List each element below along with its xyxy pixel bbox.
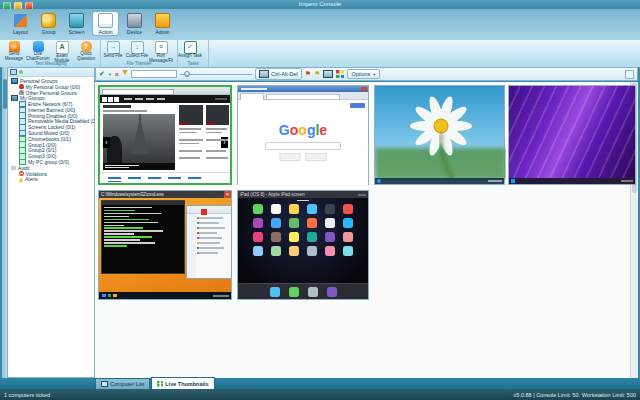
- tree-item-icon: [19, 177, 23, 182]
- filter-icon[interactable]: [122, 70, 128, 78]
- ribbon-button-label: Quick Question: [77, 51, 95, 61]
- ribbon-tab-icon: [13, 13, 28, 28]
- ios-app-icon: [289, 218, 299, 228]
- ios-app-icon: [253, 218, 263, 228]
- status-right: v5.0.88 | Console Limit: 50. Workstation…: [514, 392, 636, 398]
- bbc-nav-bar: [100, 95, 230, 103]
- carousel-left-arrow[interactable]: ‹: [103, 137, 110, 148]
- ribbon-tab[interactable]: Layout: [8, 11, 33, 36]
- ribbon-tab[interactable]: Action: [92, 11, 119, 36]
- ribbon-buttons: Assign Task: [178, 40, 208, 59]
- tree-item[interactable]: Alerts: [8, 177, 94, 183]
- start-button-icon: [511, 179, 515, 183]
- ios-app-icon: [271, 246, 281, 256]
- bbc-page-body: ‹ ›: [100, 103, 230, 174]
- browser-chrome: [100, 87, 230, 95]
- ios-app-icon: [343, 232, 353, 242]
- ribbon-button-label: Send File: [103, 53, 122, 58]
- view-tab-bar: Computer List Live Thumbnails: [0, 378, 640, 389]
- ribbon-tab-icon: [155, 13, 170, 28]
- ribbon-tab[interactable]: Device: [122, 11, 147, 36]
- ribbon-tab-label: Admin: [155, 29, 169, 35]
- ribbon-tab[interactable]: Group: [36, 11, 61, 36]
- ribbon-group-label: Text Messaging: [2, 61, 100, 66]
- thumbnail-bbc-news[interactable]: ‹ ›: [98, 85, 232, 185]
- tree-item-icon: [19, 90, 24, 95]
- ie-tab-strip: [238, 92, 368, 100]
- ie-taskbar-icon: [377, 179, 381, 183]
- ribbon-button[interactable]: Assign Task: [178, 40, 202, 59]
- options-button[interactable]: Options ▼: [347, 69, 380, 79]
- ribbon-button-label: Collect File: [126, 53, 148, 58]
- sidebar-header: [8, 68, 94, 77]
- google-logo: Google: [238, 122, 368, 138]
- slider-knob[interactable]: [184, 71, 190, 77]
- ribbon-tab-icon: [127, 13, 142, 28]
- groups-tree: Personal Groups My Personal Group (0/0) …: [8, 77, 94, 182]
- ribbon-tab-label: Layout: [13, 29, 28, 35]
- ribbon-button-label: Assign Task: [178, 53, 202, 58]
- select-all-icon[interactable]: ✔: [99, 70, 105, 78]
- tab-computer-list[interactable]: Computer List: [95, 378, 150, 389]
- system-tray: [213, 295, 229, 297]
- news-card: [206, 105, 229, 125]
- window-controls: [358, 194, 366, 196]
- cmd-window-title: C:\Windows\system32\cmd.exe ×: [99, 191, 231, 198]
- ribbon-group-file-transfer: Send File Collect File Run Message/File …: [101, 40, 178, 67]
- ios-app-icon: [271, 232, 281, 242]
- tree-item-icon: [11, 78, 18, 84]
- ios-app-icon: [253, 204, 263, 214]
- ribbon-tab-icon: [69, 13, 84, 28]
- block-flag-icon[interactable]: ⚑: [305, 70, 311, 78]
- purple-wallpaper: [509, 86, 635, 184]
- search-input[interactable]: [131, 70, 177, 78]
- notification-badge: [201, 209, 207, 215]
- monitor-view-icon[interactable]: [323, 70, 333, 78]
- tab-live-thumbnails[interactable]: Live Thumbnails: [151, 377, 214, 389]
- thumbnail-purple-desktop[interactable]: [508, 85, 636, 185]
- ios-app-icon: [343, 218, 353, 228]
- google-search-box: [265, 142, 341, 150]
- ribbon-tab[interactable]: Admin: [150, 11, 175, 36]
- tree-item-label: Alerts: [25, 177, 38, 183]
- collapse-panel-icon[interactable]: [625, 70, 634, 79]
- google-buttons: [280, 153, 327, 161]
- ribbon-tab-icon: [41, 13, 56, 28]
- close-icon: [361, 87, 367, 91]
- thumbnail-ipad[interactable]: iPad (iOS 8) - Apple iPad screen: [237, 190, 369, 300]
- allow-flag-icon[interactable]: ⚑: [314, 70, 320, 78]
- windows-taskbar: [99, 292, 231, 299]
- ribbon-group-label: Tasks: [178, 61, 208, 66]
- news-photo: [103, 114, 175, 170]
- ios-app-icon: [307, 246, 317, 256]
- ios-dock: [238, 283, 368, 299]
- close-icon: ×: [224, 191, 231, 198]
- thumbnail-google-search[interactable]: Google: [237, 85, 369, 185]
- thumbnail-size-slider[interactable]: [180, 74, 252, 75]
- thumbnail-daisy-desktop[interactable]: [374, 85, 505, 185]
- clear-selection-icon[interactable]: ×: [115, 71, 119, 78]
- ios-app-icon: [289, 232, 299, 242]
- command-prompt-window: [101, 200, 185, 274]
- system-tray: [488, 180, 502, 182]
- daisy-wallpaper: [375, 86, 506, 180]
- thumbnail-toolbar: ✔ ▼ × Ctrl-Alt-Del ⚑ ⚑ Options ▼: [95, 67, 638, 81]
- tree-item-icon: [11, 95, 18, 101]
- select-dropdown-icon[interactable]: ▼: [108, 72, 112, 77]
- ribbon-tab[interactable]: Screen: [64, 11, 89, 36]
- ios-app-icon: [307, 232, 317, 242]
- thumbnail-cmd-desktop[interactable]: C:\Windows\system32\cmd.exe ×: [98, 190, 232, 300]
- computers-icon[interactable]: [10, 69, 17, 75]
- refresh-icon[interactable]: [19, 70, 23, 74]
- google-logo-letter: e: [319, 122, 327, 138]
- address-bar: [102, 89, 174, 95]
- ios-app-icon: [253, 246, 263, 256]
- ctrl-alt-del-button[interactable]: Ctrl-Alt-Del: [255, 68, 302, 80]
- file-explorer-window: [186, 205, 232, 279]
- ios-app-icon: [307, 218, 317, 228]
- sidebar-scrollbar-thumb[interactable]: [3, 79, 7, 109]
- ios-status-bar: [297, 200, 309, 201]
- ribbon-button-label: Live Chat/Forum: [26, 51, 50, 61]
- thumbnail-grid-icon[interactable]: [336, 70, 344, 78]
- tab-live-thumbnails-label: Live Thumbnails: [165, 381, 208, 387]
